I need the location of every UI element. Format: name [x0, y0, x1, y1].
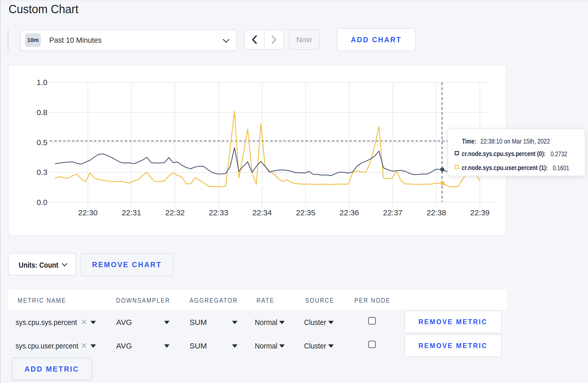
- svg-text:22:36: 22:36: [339, 208, 359, 217]
- svg-text:0.3: 0.3: [37, 168, 47, 176]
- svg-text:22:37: 22:37: [383, 208, 402, 217]
- svg-text:0.8: 0.8: [37, 108, 47, 117]
- svg-text:22:33: 22:33: [209, 208, 228, 217]
- svg-text:22:30: 22:30: [78, 208, 97, 217]
- svg-text:22:38: 22:38: [426, 208, 446, 217]
- svg-text:1.0: 1.0: [37, 78, 47, 87]
- svg-text:22:32: 22:32: [165, 208, 185, 217]
- svg-text:22:34: 22:34: [252, 208, 272, 217]
- svg-text:22:39: 22:39: [470, 208, 489, 217]
- svg-text:22:35: 22:35: [296, 208, 315, 217]
- svg-text:0.5: 0.5: [37, 138, 47, 147]
- svg-text:22:31: 22:31: [122, 208, 141, 217]
- svg-text:0.0: 0.0: [37, 198, 47, 207]
